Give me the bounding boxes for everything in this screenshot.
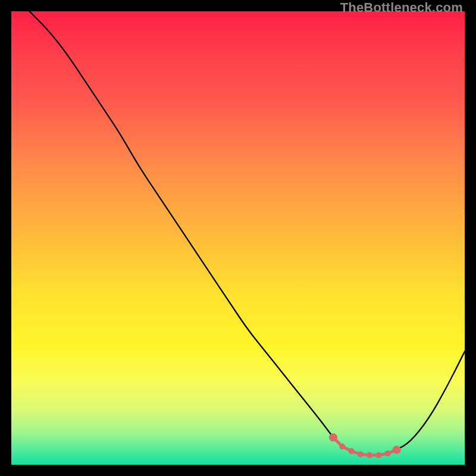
trough-marker — [349, 448, 355, 454]
trough-marker — [367, 452, 372, 458]
bottleneck-curve — [30, 11, 465, 455]
trough-marker — [375, 452, 381, 458]
chart-plot-area — [11, 11, 465, 465]
trough-marker — [385, 450, 391, 456]
watermark-text: TheBottleneck.com — [340, 0, 463, 15]
trough-marker — [329, 433, 337, 441]
trough-marker — [358, 452, 364, 458]
chart-svg — [11, 11, 465, 465]
trough-marker — [393, 446, 401, 454]
chart-frame: TheBottleneck.com — [0, 0, 476, 476]
curve-group — [30, 11, 465, 458]
trough-marker — [339, 444, 345, 450]
